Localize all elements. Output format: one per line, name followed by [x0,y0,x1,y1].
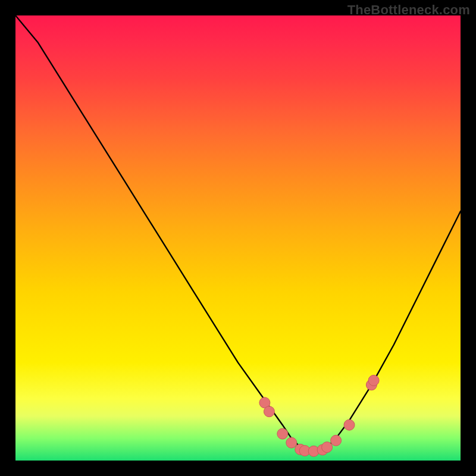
bottleneck-marker [344,419,355,430]
bottleneck-marker [366,380,377,390]
bottleneck-marker [368,375,379,386]
chart-svg [15,15,461,461]
bottleneck-marker [277,428,288,439]
chart-stage: TheBottleneck.com [0,0,476,476]
plot-area [15,15,461,461]
bottleneck-marker [264,406,274,417]
bottleneck-marker [308,446,319,456]
bottleneck-marker [286,437,297,448]
bottleneck-curve [15,15,461,452]
bottleneck-marker [259,397,270,408]
bottleneck-marker [317,444,328,455]
bottleneck-marker [322,442,333,453]
marker-group [259,375,379,456]
bottleneck-marker [295,444,306,455]
bottleneck-marker [331,435,342,446]
bottleneck-marker [299,446,310,456]
